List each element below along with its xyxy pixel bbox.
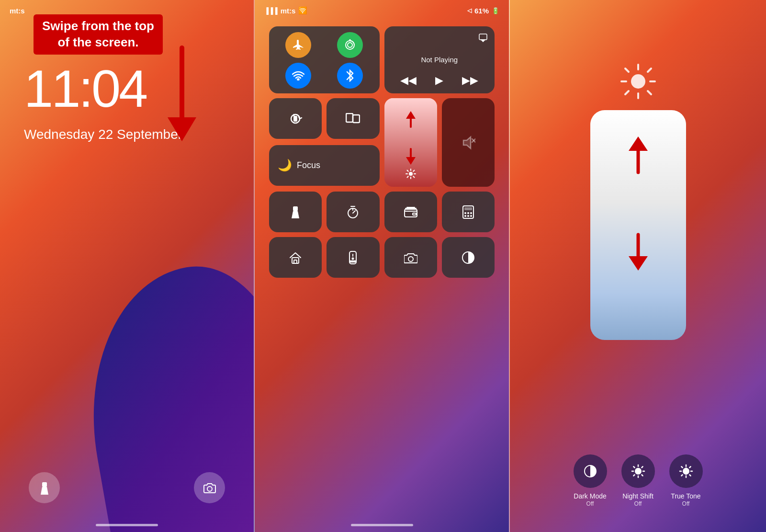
svg-point-55 [352,258,354,259]
svg-point-6 [348,43,352,47]
battery-icon: 🔋 [492,7,499,14]
svg-rect-15 [353,115,360,123]
svg-point-48 [464,215,466,217]
wifi-status-icon: 🛜 [298,6,307,15]
svg-line-80 [633,467,634,468]
battery-text: 61% [474,7,489,15]
cellular-button[interactable] [337,32,363,58]
camera-ctrl-button[interactable] [384,237,437,278]
svg-rect-52 [294,260,297,263]
focus-label: Focus [297,160,320,170]
np-header [391,33,488,45]
signal-bars-icon: ▐▐▐ [264,7,278,14]
dark-mode-icon[interactable] [574,454,607,488]
airplay-icon[interactable] [478,33,488,45]
play-button[interactable]: ▶ [435,74,443,87]
svg-marker-11 [481,40,485,42]
dark-mode-label: Dark Mode Off [574,492,606,508]
svg-rect-2 [42,482,47,487]
svg-point-58 [354,260,356,262]
screen-mirror-button[interactable] [327,98,379,139]
svg-point-84 [683,468,689,475]
svg-marker-1 [168,117,196,141]
date-display: Wednesday 22 September [24,127,182,142]
home-ctrl-button[interactable] [269,237,322,278]
bluetooth-button[interactable] [337,63,363,89]
svg-line-82 [642,467,642,468]
screen-rotate-button[interactable] [269,98,322,139]
svg-rect-4 [43,490,46,493]
svg-line-89 [681,467,682,468]
invert-ctrl-button[interactable] [442,237,495,278]
remote-ctrl-button[interactable] [327,237,379,278]
svg-point-5 [207,487,212,491]
svg-line-66 [625,68,629,72]
cc-home-indicator [351,524,413,526]
previous-button[interactable]: ◀◀ [400,74,417,87]
svg-marker-19 [406,157,416,165]
connectivity-block[interactable] [269,26,380,93]
swipe-instruction: Swipe from the topof the screen. [34,14,163,55]
carrier-text: mt:s [281,7,296,15]
down-arrow-icon [163,43,201,148]
now-playing-block[interactable]: Not Playing ◀◀ ▶ ▶▶ [384,26,495,93]
airplane-mode-button[interactable] [285,32,311,58]
flashlight-button[interactable] [29,472,60,503]
clock-display: 11:04 [24,62,146,115]
moon-icon: 🌙 [278,158,292,172]
lock-screen-panel: Swipe from the topof the screen. mt:s 11… [0,0,254,532]
svg-point-75 [635,468,642,475]
cc-status-right: ◁ 61% 🔋 [467,7,499,15]
svg-line-25 [407,170,408,171]
svg-marker-71 [629,136,648,151]
svg-point-94 [685,474,687,475]
svg-point-20 [409,172,413,176]
svg-point-47 [470,212,472,214]
dark-mode-option[interactable]: Dark Mode Off [574,454,607,508]
svg-point-50 [470,215,472,217]
brightness-slider[interactable] [384,98,437,187]
svg-rect-40 [413,213,416,215]
svg-line-83 [633,475,634,476]
home-indicator [96,524,158,526]
svg-rect-44 [464,207,472,210]
cc-status-left: ▐▐▐ mt:s 🛜 [264,6,307,15]
svg-point-45 [464,212,466,214]
svg-line-92 [681,475,682,476]
svg-line-91 [689,467,690,468]
svg-point-49 [467,215,469,217]
svg-point-93 [685,467,687,469]
timer-ctrl-button[interactable] [327,192,379,232]
true-tone-label: True Tone Off [671,492,700,508]
wallet-ctrl-button[interactable] [384,192,437,232]
svg-rect-34 [294,214,297,216]
svg-rect-13 [293,116,297,122]
svg-point-9 [298,79,299,80]
status-bar: mt:s [10,7,25,15]
night-shift-icon[interactable] [621,454,655,488]
np-controls: ◀◀ ▶ ▶▶ [391,74,488,87]
svg-marker-29 [463,137,471,148]
next-button[interactable]: ▶▶ [462,74,478,87]
svg-marker-17 [406,111,416,119]
wifi-button[interactable] [285,63,311,89]
control-center-grid: Not Playing ◀◀ ▶ ▶▶ [269,26,495,278]
svg-rect-32 [293,206,298,211]
svg-line-67 [648,91,651,94]
focus-button[interactable]: 🌙 Focus [269,145,380,186]
night-shift-label: Night Shift Off [622,492,653,508]
svg-line-69 [625,91,629,94]
carrier-label: mt:s [10,7,25,15]
calculator-ctrl-button[interactable] [442,192,495,232]
true-tone-option[interactable]: True Tone Off [669,454,703,508]
true-tone-icon[interactable] [669,454,703,488]
brightness-panel: Dark Mode Off Night Shi [510,0,766,532]
camera-button[interactable] [194,472,225,503]
mute-button[interactable] [442,98,495,187]
decorative-curve [68,253,254,532]
svg-line-81 [642,475,642,476]
svg-point-61 [631,74,645,89]
svg-rect-14 [346,113,353,122]
flashlight-ctrl-button[interactable] [269,192,322,232]
night-shift-option[interactable]: Night Shift Off [621,454,655,508]
